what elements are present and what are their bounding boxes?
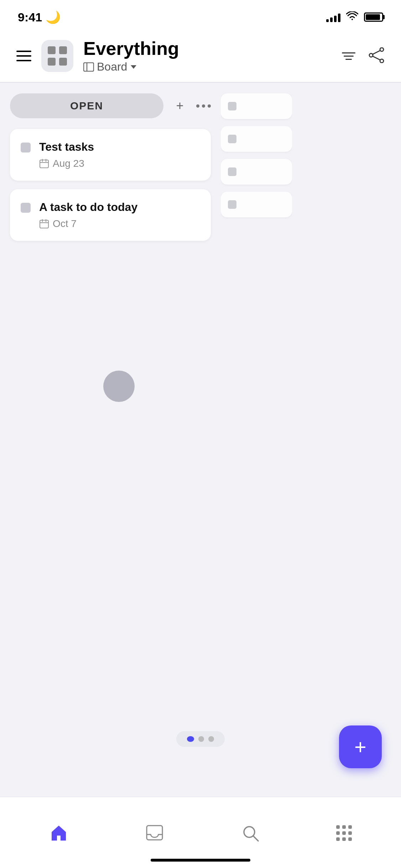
time-display: 9:41 xyxy=(18,10,42,24)
app-logo xyxy=(41,40,73,72)
page-dot-2[interactable] xyxy=(198,736,204,742)
page-title: Everything xyxy=(83,38,179,59)
inbox-icon xyxy=(146,825,163,841)
task-card[interactable]: Test tasks Aug 23 xyxy=(10,129,211,181)
column-more-button[interactable] xyxy=(196,104,211,108)
ghost-checkbox xyxy=(228,135,236,143)
search-icon xyxy=(242,825,258,841)
grid-icon xyxy=(336,825,351,840)
ghost-card xyxy=(221,93,292,119)
task-checkbox[interactable] xyxy=(21,203,31,213)
svg-point-2 xyxy=(380,48,384,51)
pagination-dots xyxy=(176,731,225,747)
task-title: A task to do today xyxy=(39,201,200,214)
wifi-icon xyxy=(346,11,358,23)
task-card[interactable]: A task to do today Oct 7 xyxy=(10,189,211,241)
calendar-icon xyxy=(39,219,49,229)
header-left: Everything Board xyxy=(16,38,179,73)
nav-item-search[interactable] xyxy=(231,820,269,846)
add-task-button[interactable]: + xyxy=(171,97,189,115)
app-header: Everything Board xyxy=(0,31,401,82)
task-checkbox[interactable] xyxy=(21,143,31,153)
add-icon: + xyxy=(354,737,366,757)
battery-icon xyxy=(364,12,383,22)
column-title: OPEN xyxy=(10,93,163,118)
header-title-group: Everything Board xyxy=(83,38,179,73)
svg-point-3 xyxy=(380,59,384,63)
filter-button[interactable] xyxy=(342,52,355,60)
task-date-text: Aug 23 xyxy=(53,158,84,169)
svg-line-6 xyxy=(373,56,380,60)
column-right-partial xyxy=(221,83,292,688)
board-content: OPEN + Test tasks xyxy=(0,83,401,688)
task-date: Aug 23 xyxy=(39,158,200,169)
ghost-card xyxy=(221,192,292,217)
svg-rect-7 xyxy=(40,160,48,168)
view-label: Board xyxy=(97,60,127,73)
page-dot-3[interactable] xyxy=(208,736,214,742)
ghost-checkbox xyxy=(228,167,236,176)
ghost-card xyxy=(221,159,292,185)
moon-icon: 🌙 xyxy=(46,10,61,24)
chevron-down-icon xyxy=(131,65,136,69)
task-title: Test tasks xyxy=(39,140,200,154)
bottom-nav xyxy=(0,797,401,868)
svg-rect-0 xyxy=(84,63,94,71)
ghost-checkbox xyxy=(228,102,236,110)
page-dot-1[interactable] xyxy=(187,736,194,742)
add-button[interactable]: + xyxy=(339,725,382,768)
svg-point-4 xyxy=(369,53,373,57)
task-date-text: Oct 7 xyxy=(53,218,77,229)
scroll-handle[interactable] xyxy=(103,371,135,402)
share-button[interactable] xyxy=(368,47,385,64)
signal-bars-icon xyxy=(326,12,340,22)
column-title-text: OPEN xyxy=(70,100,103,112)
status-time: 9:41 🌙 xyxy=(18,10,61,24)
nav-item-more[interactable] xyxy=(326,820,362,845)
view-selector[interactable]: Board xyxy=(83,60,179,73)
ghost-card xyxy=(221,126,292,152)
calendar-icon xyxy=(39,159,49,169)
menu-button[interactable] xyxy=(16,51,31,61)
status-icons xyxy=(326,11,383,23)
header-right xyxy=(342,47,385,64)
svg-line-17 xyxy=(253,836,258,841)
task-info: Test tasks Aug 23 xyxy=(39,140,200,169)
nav-item-home[interactable] xyxy=(39,819,78,846)
task-info: A task to do today Oct 7 xyxy=(39,201,200,229)
svg-rect-11 xyxy=(40,220,48,228)
task-date: Oct 7 xyxy=(39,218,200,229)
nav-item-inbox[interactable] xyxy=(135,820,174,846)
ghost-checkbox xyxy=(228,200,236,209)
status-bar: 9:41 🌙 xyxy=(0,0,401,31)
home-icon xyxy=(50,824,68,841)
home-bar xyxy=(151,859,250,862)
column-header-open: OPEN + xyxy=(10,93,211,118)
board-view-icon xyxy=(83,62,94,72)
svg-line-5 xyxy=(373,51,380,54)
